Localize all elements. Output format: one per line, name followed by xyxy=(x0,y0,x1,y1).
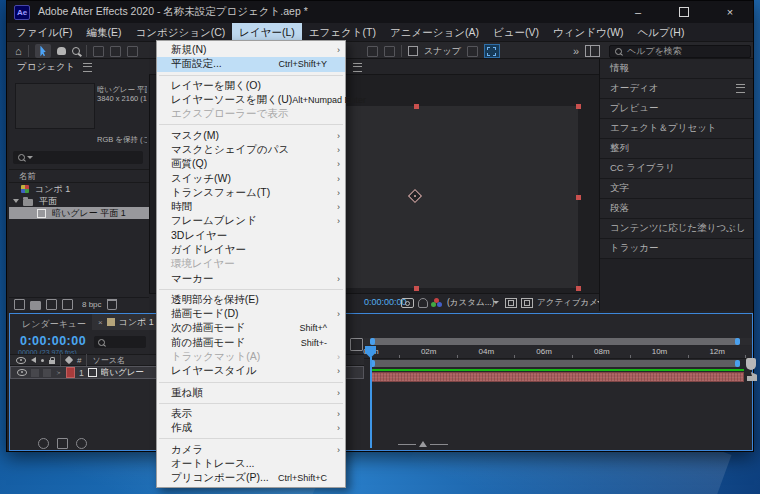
menu-item[interactable]: 表示› xyxy=(157,407,345,421)
layer-switch-box[interactable] xyxy=(31,369,39,377)
menu-item[interactable]: レイヤーを開く(O) xyxy=(157,79,345,93)
minimize-button[interactable]: – xyxy=(615,1,661,23)
timeline-timecode[interactable]: 0:00:00:00 xyxy=(20,334,86,348)
menu-item[interactable]: レイヤースタイル› xyxy=(157,364,345,378)
menu-item[interactable]: マスクとシェイプのパス› xyxy=(157,143,345,157)
new-folder-icon[interactable] xyxy=(30,301,41,310)
menu-item[interactable]: マスク(M)› xyxy=(157,128,345,142)
project-columns-header[interactable]: 名前 xyxy=(9,169,149,183)
project-item-comp[interactable]: コンポ 1 xyxy=(9,183,149,195)
workspace-icon[interactable] xyxy=(585,45,600,57)
selection-handle[interactable] xyxy=(414,286,419,291)
zoom-tool-icon[interactable] xyxy=(72,47,80,55)
time-ruler[interactable]: 00m02m04m06m08m10m12m xyxy=(364,346,752,359)
layer-label-color[interactable] xyxy=(66,367,75,378)
selection-handle[interactable] xyxy=(576,195,581,200)
panel-tab-整列[interactable]: 整列 xyxy=(600,139,753,159)
menu-item[interactable]: 透明部分を保持(E) xyxy=(157,293,345,307)
panel-tab-文字[interactable]: 文字 xyxy=(600,179,753,199)
hand-tool-icon[interactable] xyxy=(57,47,66,55)
project-panel-tab[interactable]: プロジェクト xyxy=(17,61,92,74)
layer-name[interactable]: 暗いグレー xyxy=(101,367,144,379)
selection-handle[interactable] xyxy=(576,286,581,291)
panel-tab-オーディオ[interactable]: オーディオ xyxy=(600,79,753,99)
menu-item[interactable]: 前の描画モードShift+- xyxy=(157,336,345,350)
toolbar-overflow-button[interactable]: » xyxy=(573,44,579,58)
menu-item[interactable]: 画質(Q)› xyxy=(157,157,345,171)
layer-expand-arrow[interactable]: ＞ xyxy=(55,368,62,378)
maximize-button[interactable] xyxy=(661,1,707,23)
frame-blend-toggle-icon[interactable] xyxy=(57,438,68,449)
menu-item[interactable]: 次の描画モードShift+^ xyxy=(157,321,345,335)
panel-menu-icon[interactable] xyxy=(353,63,362,72)
project-item-folder[interactable]: 平面 xyxy=(9,195,149,207)
menu-item[interactable]: 描画モード(D)› xyxy=(157,307,345,321)
menu-item[interactable]: オートトレース... xyxy=(157,457,345,471)
menu-item[interactable]: トランスフォーム(T)› xyxy=(157,186,345,200)
menubar-item[interactable]: 編集(E) xyxy=(79,23,128,41)
menu-item[interactable]: マーカー› xyxy=(157,271,345,285)
menubar-item[interactable]: ヘルプ(H) xyxy=(631,23,692,41)
camera-tool-icon[interactable] xyxy=(110,46,121,57)
resolution-dropdown[interactable]: (カスタム...) xyxy=(447,297,495,309)
menu-item[interactable]: ガイドレイヤー xyxy=(157,243,345,257)
menubar-item[interactable]: エフェクト(T) xyxy=(302,23,383,41)
layer-visibility-icon[interactable] xyxy=(17,369,27,376)
zoom-handle-icon[interactable] xyxy=(419,441,427,447)
menu-item[interactable]: レイヤーソースを開く(U)Alt+Numpad Enter xyxy=(157,93,345,107)
layer-duration-bar[interactable] xyxy=(370,372,744,382)
show-snapshot-icon[interactable] xyxy=(418,298,428,308)
rotate-tool-icon[interactable] xyxy=(93,46,104,57)
panel-tab-エフェクト＆プリセット[interactable]: エフェクト＆プリセット xyxy=(600,119,753,139)
shape-tool-icon[interactable] xyxy=(467,46,478,57)
menu-item[interactable]: 時間› xyxy=(157,200,345,214)
panel-tab-CC ライブラリ[interactable]: CC ライブラリ xyxy=(600,159,753,179)
new-composition-icon[interactable] xyxy=(46,299,57,310)
panel-menu-icon[interactable] xyxy=(83,63,92,72)
menu-item[interactable]: 3Dレイヤー xyxy=(157,229,345,243)
timeline-search-input[interactable] xyxy=(94,336,146,348)
transparency-grid-icon[interactable] xyxy=(521,298,533,308)
snap-checkbox[interactable] xyxy=(408,46,418,56)
region-of-interest-button[interactable] xyxy=(484,44,500,58)
close-tab-icon[interactable]: × xyxy=(98,318,103,327)
region-of-interest-icon[interactable] xyxy=(505,298,517,308)
home-tool-icon[interactable]: ⌂ xyxy=(15,44,22,58)
close-button[interactable]: × xyxy=(707,1,753,23)
folder-expand-caret-icon[interactable] xyxy=(13,199,19,203)
menu-item[interactable]: トラックマット(A)› xyxy=(157,350,345,364)
adjust-icon[interactable] xyxy=(62,299,73,310)
navigator-end-handle[interactable] xyxy=(735,338,740,345)
panel-menu-icon[interactable] xyxy=(736,84,745,93)
project-item-solid[interactable]: 暗いグレー 平面 1 xyxy=(9,207,149,219)
render-queue-tab[interactable]: レンダーキュー xyxy=(22,318,86,331)
snapshot-camera-icon[interactable] xyxy=(401,298,414,308)
panel-tab-トラッカー[interactable]: トラッカー xyxy=(600,239,753,259)
menu-item[interactable]: カメラ› xyxy=(157,442,345,456)
menubar-item[interactable]: ファイル(F) xyxy=(9,23,79,41)
project-search-input[interactable] xyxy=(13,151,143,164)
puppet-tool-icon[interactable] xyxy=(367,46,378,57)
menu-item[interactable]: プリコンポーズ(P)...Ctrl+Shift+C xyxy=(157,471,345,485)
menu-item[interactable]: エクスプローラーで表示 xyxy=(157,107,345,121)
selection-tool-button[interactable] xyxy=(35,44,51,58)
source-name-column-label[interactable]: ソース名 xyxy=(92,355,124,366)
menubar-item[interactable]: ウィンドウ(W) xyxy=(546,23,631,41)
shy-hand-icon[interactable] xyxy=(747,372,757,381)
help-search-input[interactable]: ヘルプを検索 xyxy=(609,45,751,58)
menubar-item[interactable]: ビュー(V) xyxy=(486,23,546,41)
timeline-zoom-slider[interactable] xyxy=(398,441,448,447)
menu-item[interactable]: 重ね順› xyxy=(157,386,345,400)
selection-handle[interactable] xyxy=(576,104,581,109)
layer-switch-box[interactable] xyxy=(43,369,51,377)
title-bar[interactable]: Ae Adobe After Effects 2020 - 名称未設定プロジェク… xyxy=(7,1,753,23)
composition-tab[interactable]: × コンポ 1 xyxy=(92,314,160,330)
menu-item[interactable]: フレームブレンド› xyxy=(157,214,345,228)
channel-icon[interactable] xyxy=(431,298,443,307)
panel-tab-プレビュー[interactable]: プレビュー xyxy=(600,99,753,119)
roto-brush-tool-icon[interactable] xyxy=(384,46,395,57)
panel-tab-情報[interactable]: 情報 xyxy=(600,59,753,79)
pan-behind-tool-icon[interactable] xyxy=(127,46,138,57)
motion-blur-toggle-icon[interactable] xyxy=(76,438,87,449)
menubar-item[interactable]: アニメーション(A) xyxy=(383,23,486,41)
